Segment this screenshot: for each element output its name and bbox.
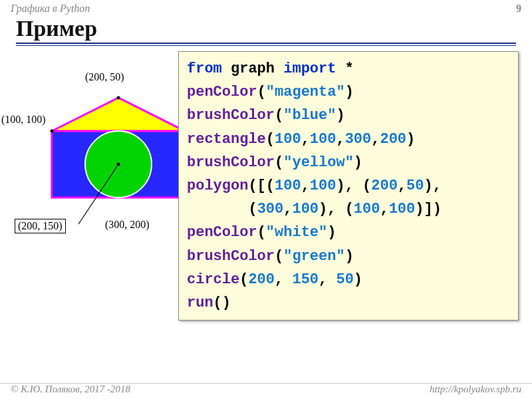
svg-point-4 <box>51 130 54 133</box>
footer: © К.Ю. Поляков, 2017 -2018 http://kpolya… <box>0 383 532 395</box>
divider <box>16 43 516 44</box>
code-line: rectangle(100,100,300,200) <box>187 128 510 151</box>
page-number: 9 <box>516 3 521 15</box>
code-line: penColor("white") <box>187 221 510 244</box>
code-line: penColor("magenta") <box>187 80 510 104</box>
course-label: Графика в Python <box>11 3 90 15</box>
label-center: (200, 150) <box>15 219 66 233</box>
code-line: brushColor("blue") <box>187 104 510 127</box>
code-line: run() <box>187 291 510 315</box>
svg-marker-1 <box>52 98 178 131</box>
house-svg <box>5 71 178 244</box>
diagram: (200, 50) (100, 100) (200, 150) (300, 20… <box>5 71 178 244</box>
svg-point-3 <box>117 96 120 100</box>
content-area: (200, 50) (100, 100) (200, 150) (300, 20… <box>0 46 532 321</box>
footer-url: http://kpolyakov.spb.ru <box>430 384 521 395</box>
code-line: brushColor("green") <box>187 245 510 268</box>
slide-title: Пример <box>0 16 532 41</box>
copyright: © К.Ю. Поляков, 2017 -2018 <box>11 384 130 395</box>
figure-panel: (200, 50) (100, 100) (200, 150) (300, 20… <box>5 51 178 321</box>
code-line: polygon([(100,100), (200,50), <box>187 174 510 198</box>
label-br: (300, 200) <box>105 219 150 231</box>
code-line: (300,100), (100,100)]) <box>187 198 510 221</box>
topbar: Графика в Python 9 <box>0 0 532 15</box>
code-block: from graph import * penColor("magenta") … <box>178 51 519 321</box>
label-left: (100, 100) <box>1 114 46 126</box>
code-panel: from graph import * penColor("magenta") … <box>178 51 519 321</box>
code-line: brushColor("yellow") <box>187 151 510 174</box>
label-top: (200, 50) <box>85 71 124 83</box>
code-line: circle(200, 150, 50) <box>187 268 510 291</box>
code-line: from graph import * <box>187 57 510 80</box>
slide: Графика в Python 9 Пример <box>0 0 532 399</box>
